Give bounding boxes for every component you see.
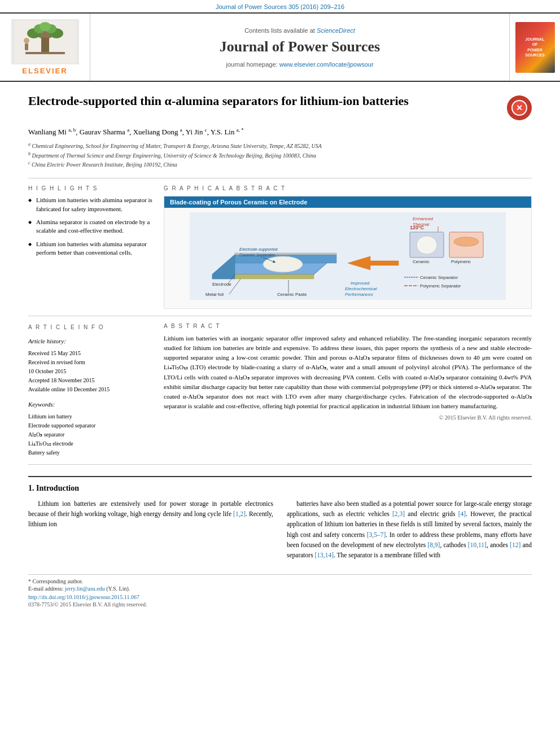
svg-text:Polymeric Separator: Polymeric Separator — [420, 283, 461, 289]
ref-10-11[interactable]: [10,11] — [468, 541, 487, 548]
elsevier-wordmark: ELSEVIER — [22, 67, 67, 75]
ga-title: Blade-coating of Porous Ceramic on Elect… — [164, 196, 531, 208]
journal-header: ELSEVIER Contents lists available at Sci… — [0, 14, 560, 82]
publisher-logo-section: ELSEVIER — [0, 14, 90, 81]
author-2: Gaurav Sharma a, — [80, 128, 132, 136]
elsevier-tree-image — [11, 19, 79, 64]
divider-2 — [28, 316, 532, 316]
abstract-col: A B S T R A C T Lithium ion batteries wi… — [164, 323, 532, 457]
journal-citation-bar: Journal of Power Sources 305 (2016) 209–… — [0, 0, 560, 14]
elsevier-logo-box: ELSEVIER — [11, 19, 79, 75]
keywords-title: Keywords: — [28, 400, 152, 410]
svg-point-33 — [454, 237, 479, 246]
info-abstract-section: A R T I C L E I N F O Article history: R… — [28, 323, 532, 457]
author-4: Yi Jin c, — [186, 128, 209, 136]
homepage-line: journal homepage: www.elsevier.com/locat… — [226, 61, 373, 68]
main-content: Electrode-supported thin α-alumina separ… — [0, 82, 560, 619]
svg-rect-8 — [25, 52, 65, 54]
crossmark-icon: ✕ — [511, 100, 527, 116]
homepage-link[interactable]: www.elsevier.com/locate/jpowsour — [279, 61, 374, 68]
ref-4[interactable]: [4] — [458, 510, 466, 517]
corresponding-note: * Corresponding author. — [28, 578, 532, 584]
highlights-graphical-section: H I G H L I G H T S Lithium ion batterie… — [28, 185, 532, 309]
journal-cover-image: JOURNALOFPOWERSOURCES — [515, 22, 555, 73]
intro-col-1: Lithium ion batteries are extensively us… — [28, 499, 273, 561]
svg-text:Performances: Performances — [345, 292, 373, 297]
page: Journal of Power Sources 305 (2016) 209–… — [0, 0, 560, 747]
highlight-item-2: Alumina separator is coated on electrode… — [28, 218, 152, 235]
authors-line: Wanliang Mi a, b, Gaurav Sharma a, Xueli… — [28, 127, 532, 137]
highlight-item-3: Lithium ion batteries with alumina separ… — [28, 240, 152, 257]
contents-line: Contents lists available at ScienceDirec… — [244, 27, 355, 34]
affiliation-3: c China Electric Power Research Institut… — [28, 160, 532, 169]
svg-text:Improved: Improved — [351, 281, 370, 286]
ref-2-3[interactable]: [2,3] — [392, 510, 405, 517]
article-title: Electrode-supported thin α-alumina separ… — [28, 93, 507, 110]
affiliation-2: b Department of Thermal Science and Ener… — [28, 151, 532, 160]
svg-point-30 — [417, 236, 437, 254]
footer-section: * Corresponding author. E-mail address: … — [28, 574, 532, 608]
author-1: Wanliang Mi a, b, — [28, 128, 77, 136]
svg-rect-2 — [41, 38, 49, 52]
abstract-copyright: © 2015 Elsevier B.V. All rights reserved… — [164, 414, 532, 421]
affiliations: a Chemical Engineering, School for Engin… — [28, 141, 532, 169]
doi-link[interactable]: http://dx.doi.org/10.1016/j.jpowsour.201… — [28, 594, 532, 600]
intro-two-col: Lithium ion batteries are extensively us… — [28, 499, 532, 561]
history-title: Article history: — [28, 337, 152, 347]
intro-para-2: batteries have also been studied as a po… — [287, 499, 532, 561]
highlights-label: H I G H L I G H T S — [28, 185, 152, 191]
introduction-section: 1. Introduction Lithium ion batteries ar… — [28, 476, 532, 561]
svg-text:Ceramic Paste: Ceramic Paste — [277, 292, 307, 297]
footer-copyright: 0378-7753/© 2015 Elsevier B.V. All right… — [28, 601, 532, 608]
graphical-abstract-col: G R A P H I C A L A B S T R A C T Blade-… — [164, 185, 532, 309]
journal-citation-text: Journal of Power Sources 305 (2016) 209–… — [216, 3, 344, 10]
svg-text:Thermal: Thermal — [413, 222, 430, 227]
divider-3 — [28, 464, 532, 465]
svg-text:Ceramic: Ceramic — [413, 259, 430, 264]
ref-1-2[interactable]: [1,2] — [233, 510, 246, 517]
graphical-abstract-box: Blade-coating of Porous Ceramic on Elect… — [164, 196, 532, 309]
svg-text:Electrode-supported: Electrode-supported — [239, 247, 278, 252]
svg-point-15 — [263, 256, 303, 272]
intro-col-2: batteries have also been studied as a po… — [287, 499, 532, 561]
svg-point-9 — [24, 38, 29, 43]
keywords-list: Lithium ion battery Electrode supported … — [28, 412, 152, 457]
ga-diagram: Electrode-supported Ceramic Separator El… — [169, 212, 527, 300]
graphical-abstract-label: G R A P H I C A L A B S T R A C T — [164, 185, 532, 191]
svg-text:Electrochemical: Electrochemical — [345, 286, 377, 291]
elsevier-logo-svg — [14, 21, 76, 63]
ref-12[interactable]: [12] — [510, 541, 520, 548]
author-3: Xueliang Dong a, — [133, 128, 184, 136]
highlights-col: H I G H L I G H T S Lithium ion batterie… — [28, 185, 152, 309]
ref-3-5-7[interactable]: [3,5–7] — [367, 531, 386, 538]
crossmark-badge[interactable]: ✕ — [507, 95, 532, 120]
journal-cover-section: JOURNALOFPOWERSOURCES — [509, 14, 560, 81]
svg-point-7 — [40, 22, 51, 31]
article-info-label: A R T I C L E I N F O — [28, 323, 152, 332]
history-dates: Received 15 May 2015 Received in revised… — [28, 349, 152, 394]
article-info-col: A R T I C L E I N F O Article history: R… — [28, 323, 152, 457]
email-note: E-mail address: jerry.lin@asu.edu (Y.S. … — [28, 586, 532, 592]
journal-title-section: Contents lists available at ScienceDirec… — [90, 14, 509, 81]
article-title-section: Electrode-supported thin α-alumina separ… — [28, 93, 532, 120]
svg-text:Ceramic Separator: Ceramic Separator — [420, 275, 458, 280]
ref-8-9[interactable]: [8,9] — [427, 541, 440, 548]
sciencedirect-link[interactable]: ScienceDirect — [317, 27, 355, 34]
ga-content: Electrode-supported Ceramic Separator El… — [164, 208, 531, 304]
highlights-list: Lithium ion batteries with alumina separ… — [28, 196, 152, 257]
intro-title: 1. Introduction — [28, 484, 532, 493]
svg-text:Enhanced: Enhanced — [413, 216, 434, 221]
svg-text:Ceramic Separator: Ceramic Separator — [239, 252, 275, 257]
svg-rect-10 — [25, 43, 28, 50]
highlight-item-1: Lithium ion batteries with alumina separ… — [28, 196, 152, 213]
abstract-text: Lithium ion batteries with an inorganic … — [164, 334, 532, 410]
email-link[interactable]: jerry.lin@asu.edu — [65, 586, 105, 592]
affiliation-1: a Chemical Engineering, School for Engin… — [28, 141, 532, 150]
author-5: Y.S. Lin a, * — [211, 128, 244, 136]
ref-13-14[interactable]: [13,14] — [315, 552, 334, 558]
svg-text:Polymeric: Polymeric — [451, 259, 471, 264]
divider-1 — [28, 178, 532, 178]
intro-para-1: Lithium ion batteries are extensively us… — [28, 499, 273, 530]
svg-text:Metal foil: Metal foil — [205, 292, 224, 297]
journal-title: Journal of Power Sources — [220, 38, 380, 55]
